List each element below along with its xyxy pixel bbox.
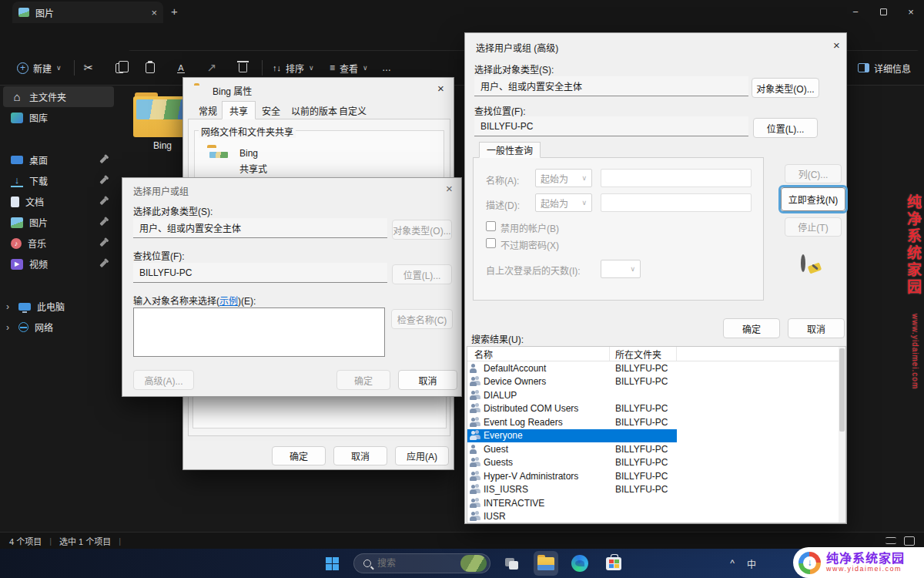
details-pane-button[interactable]: 详细信息	[852, 56, 917, 79]
close-icon[interactable]: ×	[437, 82, 444, 95]
store-app[interactable]	[601, 551, 626, 576]
tab-close-icon[interactable]: ×	[151, 7, 157, 18]
tray-expand-icon[interactable]: ^	[730, 558, 735, 569]
details-view-icon[interactable]	[886, 537, 896, 544]
column-name[interactable]: 名称	[467, 347, 610, 361]
result-row[interactable]: Event Log Readers BILLYFU-PC	[467, 415, 845, 429]
advanced-button[interactable]: 高级(A)...	[133, 370, 194, 390]
explorer-tab[interactable]: 图片 ×	[12, 2, 163, 23]
stop-button[interactable]: 停止(T)	[785, 217, 842, 237]
tab-sharing[interactable]: 共享	[222, 101, 256, 119]
tab-general[interactable]: 常规	[191, 102, 225, 119]
sidebar-item-music[interactable]: › 音乐	[3, 233, 114, 254]
locations-button[interactable]: 位置(L)...	[753, 118, 818, 138]
name-query-input[interactable]	[601, 169, 752, 187]
close-icon[interactable]: ×	[446, 182, 453, 195]
sidebar-item-picture[interactable]: › 图片	[3, 212, 114, 233]
result-name: IUSR	[484, 511, 506, 522]
result-row[interactable]: Hyper-V Administrators BILLYFU-PC	[467, 469, 845, 483]
ok-button[interactable]: 确定	[336, 370, 390, 390]
examples-link[interactable]: 示例	[219, 296, 238, 307]
days-since-logon-dropdown[interactable]: ∨	[601, 260, 641, 278]
result-name: Guest	[484, 444, 508, 455]
result-row[interactable]: Guests BILLYFU-PC	[467, 456, 845, 470]
thumbnails-view-icon[interactable]	[904, 536, 915, 546]
dialog-title: 选择用户或组 (高级)	[476, 41, 558, 54]
column-folder[interactable]: 所在文件夹	[610, 347, 677, 361]
find-now-highlight: 立即查找(N)	[778, 185, 848, 213]
find-now-button[interactable]: 立即查找(N)	[781, 187, 845, 211]
paste-icon[interactable]	[139, 58, 162, 78]
sidebar-item-video[interactable]: › 视频	[3, 254, 114, 274]
sidebar-item-desktop[interactable]: › 桌面	[3, 150, 114, 170]
results-header[interactable]: 名称 所在文件夹	[467, 347, 845, 361]
copy-icon[interactable]	[108, 58, 131, 78]
name-operator-dropdown[interactable]: 起始为∨	[535, 169, 592, 187]
cut-icon[interactable]: ✂	[77, 58, 100, 78]
more-options-button[interactable]: …	[376, 56, 397, 79]
taskbar-search-input[interactable]	[377, 558, 454, 569]
view-button[interactable]: ≡ 查看 ∨	[323, 56, 374, 79]
object-names-textarea[interactable]	[133, 307, 385, 357]
watermark-brand: 纯净系统家园	[905, 194, 921, 296]
sidebar-item-document[interactable]: › 文档	[3, 191, 114, 212]
cancel-button[interactable]: 取消	[788, 318, 845, 338]
result-row[interactable]: Distributed COM Users BILLYFU-PC	[467, 402, 845, 416]
check-names-button[interactable]: 检查名称(C)	[391, 309, 453, 329]
search-results-list[interactable]: 名称 所在文件夹 DefaultAccount BILLYFU-PC Devic…	[467, 346, 846, 523]
sidebar-item-network[interactable]: › 网络	[3, 317, 114, 338]
results-scrollbar[interactable]	[839, 347, 845, 523]
chevron-right-icon[interactable]: ›	[6, 322, 12, 333]
result-name: INTERACTIVE	[484, 498, 544, 509]
new-tab-button[interactable]: +	[171, 5, 178, 18]
ok-button[interactable]: 确定	[723, 318, 780, 338]
start-button[interactable]	[320, 551, 344, 576]
result-row[interactable]: DIALUP	[467, 388, 845, 402]
scrollbar-thumb[interactable]	[839, 348, 845, 432]
close-icon[interactable]: ×	[833, 39, 840, 52]
task-view-button[interactable]	[500, 551, 524, 576]
object-types-button[interactable]: 对象类型(O)...	[392, 220, 452, 240]
non-expiring-password-checkbox[interactable]	[486, 238, 496, 248]
close-button[interactable]: ×	[896, 0, 924, 23]
result-row[interactable]: Everyone	[467, 429, 845, 443]
result-row[interactable]: Device Owners BILLYFU-PC	[467, 375, 845, 389]
description-operator-dropdown[interactable]: 起始为∨	[535, 193, 592, 212]
sidebar-item-download[interactable]: › 下载	[3, 170, 114, 191]
edge-app[interactable]	[567, 551, 592, 576]
dialog-title: 选择用户或组	[133, 184, 189, 197]
result-row[interactable]: DefaultAccount BILLYFU-PC	[467, 361, 845, 375]
chevron-down-icon: ∨	[363, 64, 368, 72]
columns-button[interactable]: 列(C)...	[785, 164, 842, 183]
new-button[interactable]: + 新建 ∨	[11, 56, 68, 79]
apply-button[interactable]: 应用(A)	[395, 446, 449, 465]
result-row[interactable]: INTERACTIVE	[467, 496, 845, 510]
maximize-button[interactable]	[869, 0, 898, 23]
group-title: 网络文件和文件夹共享	[199, 125, 296, 138]
rename-icon[interactable]: A	[169, 58, 192, 78]
object-types-button[interactable]: 对象类型(O)...	[752, 78, 819, 98]
cancel-button[interactable]: 取消	[398, 370, 457, 390]
tab-common-queries[interactable]: 一般性查询	[479, 142, 541, 158]
tab-customize[interactable]: 自定义	[331, 102, 374, 119]
result-row[interactable]: IIS_IUSRS BILLYFU-PC	[467, 483, 845, 497]
sort-button[interactable]: ↑↓ 排序 ∨	[266, 56, 320, 79]
share-icon[interactable]: ↗	[200, 58, 223, 78]
description-query-input[interactable]	[601, 193, 752, 212]
sidebar-item-home[interactable]: › 主文件夹	[3, 86, 114, 107]
file-explorer-app[interactable]	[534, 551, 558, 576]
result-row[interactable]: IUSR	[467, 510, 845, 524]
taskbar-search-box[interactable]	[353, 553, 490, 573]
chevron-right-icon[interactable]: ›	[6, 301, 12, 312]
minimize-button[interactable]: −	[841, 0, 870, 23]
delete-icon[interactable]	[231, 58, 254, 78]
sidebar-item-pc[interactable]: › 此电脑	[3, 296, 114, 317]
ok-button[interactable]: 确定	[272, 446, 326, 465]
sidebar-item-gallery[interactable]: › 图库	[3, 107, 114, 128]
locations-button[interactable]: 位置(L)...	[392, 264, 452, 284]
cancel-button[interactable]: 取消	[333, 446, 387, 465]
search-highlight-thumbnail[interactable]	[460, 555, 487, 572]
ime-indicator[interactable]: 中	[747, 557, 756, 570]
disabled-accounts-checkbox[interactable]	[486, 221, 496, 231]
result-row[interactable]: Guest BILLYFU-PC	[467, 442, 845, 456]
